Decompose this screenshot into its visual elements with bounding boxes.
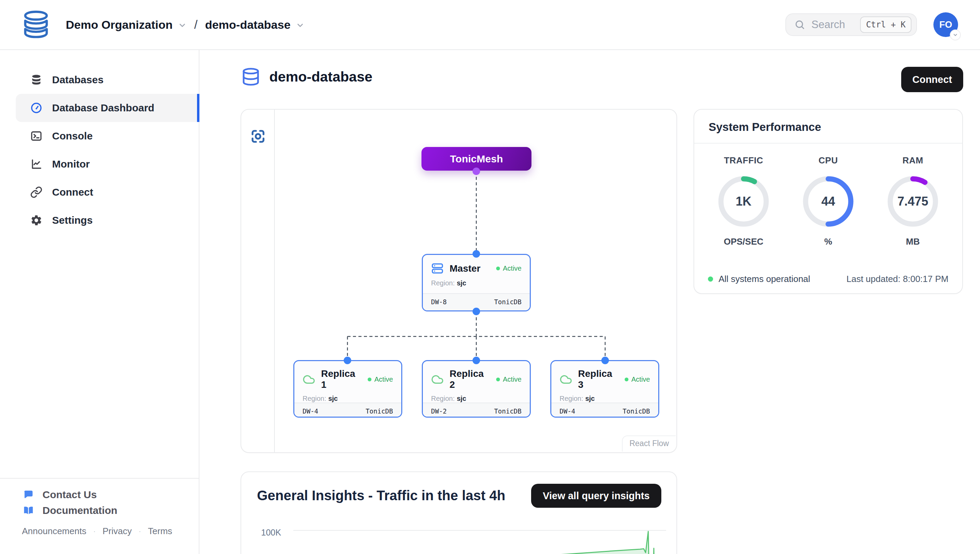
gauge-value: 44 — [801, 174, 856, 229]
gauges-row: TRAFFIC 1K OPS/SEC CPU 44 — [694, 143, 962, 247]
connect-link-icon — [30, 186, 43, 198]
settings-gear-icon — [30, 214, 43, 226]
replica-3-node[interactable]: Replica 3 Active Region:sjc DW-4 TonicDB — [550, 360, 659, 418]
node-region: Region:sjc — [423, 390, 530, 403]
chevron-down-icon — [178, 21, 187, 30]
fit-view-button[interactable] — [250, 128, 267, 145]
sidebar-item-connect[interactable]: Connect — [16, 178, 199, 206]
gauge-ring: 7.475 — [885, 174, 940, 229]
contact-us-link[interactable]: Contact Us — [22, 489, 199, 501]
gauge-ring: 1K — [716, 174, 771, 229]
cloud-icon — [560, 373, 572, 386]
database-breadcrumb[interactable]: demo-database — [205, 18, 304, 32]
general-insights-panel: General Insights - Traffic in the last 4… — [240, 471, 677, 554]
node-region: Region:sjc — [294, 390, 401, 403]
avatar[interactable]: FO — [934, 12, 958, 37]
sidebar-item-database-dashboard[interactable]: Database Dashboard — [16, 94, 199, 122]
search-icon — [794, 19, 805, 30]
search-input[interactable]: Search Ctrl + K — [785, 13, 917, 36]
node-region: Region:sjc — [551, 390, 658, 403]
node-handle[interactable] — [473, 357, 480, 364]
node-footer: DW-2 TonicDB — [423, 403, 530, 418]
node-handle[interactable] — [601, 357, 609, 364]
node-size: DW-2 — [431, 408, 447, 415]
app-logo-icon[interactable] — [20, 9, 52, 41]
focus-icon — [250, 128, 266, 145]
node-handle[interactable] — [473, 250, 480, 258]
cloud-icon — [302, 373, 315, 386]
sidebar-item-console[interactable]: Console — [16, 122, 199, 150]
sidebar-nav: Databases Database Dashboard Console Mon… — [0, 50, 199, 234]
search-placeholder: Search — [811, 19, 854, 31]
status-label: Active — [374, 376, 393, 384]
documentation-label: Documentation — [43, 505, 117, 516]
breadcrumb: Demo Organization / demo-database — [20, 9, 305, 41]
status-text: All systems operational — [719, 274, 810, 284]
flow-toolbar — [241, 110, 275, 452]
status-dot — [368, 377, 371, 381]
breadcrumb-separator: / — [194, 18, 198, 32]
org-breadcrumb[interactable]: Demo Organization — [66, 18, 187, 32]
traffic-chart-svg — [293, 530, 666, 554]
legal-separator: · — [93, 527, 95, 536]
gauge-label: CPU — [791, 155, 865, 166]
view-all-query-insights-button[interactable]: View all query insights — [531, 484, 661, 508]
header-actions: Search Ctrl + K FO — [785, 12, 958, 37]
gauge-label: RAM — [876, 155, 950, 166]
master-node[interactable]: Master Active Region:sjc DW-8 TonicDB — [422, 254, 531, 311]
page-title: demo-database — [241, 67, 372, 86]
node-title: Replica 2 — [450, 368, 490, 390]
node-footer: DW-4 TonicDB — [551, 403, 658, 418]
last-updated: Last updated: 8:00:17 PM — [846, 274, 948, 284]
status-badge: Active — [496, 264, 522, 272]
gauge-value: 1K — [716, 174, 771, 229]
tonicmesh-node[interactable]: TonicMesh — [422, 147, 531, 170]
replica-2-node[interactable]: Replica 2 Active Region:sjc DW-2 TonicDB — [422, 360, 531, 418]
status-dot — [625, 377, 628, 381]
node-footer: DW-4 TonicDB — [294, 403, 401, 418]
node-size: DW-4 — [302, 408, 318, 415]
org-name: Demo Organization — [66, 18, 173, 32]
status-operational: All systems operational — [708, 274, 810, 284]
documentation-link[interactable]: Documentation — [22, 505, 199, 516]
node-handle[interactable] — [473, 308, 480, 315]
sidebar-item-label: Database Dashboard — [52, 102, 154, 114]
connect-button[interactable]: Connect — [901, 67, 963, 92]
sidebar-item-settings[interactable]: Settings — [16, 206, 199, 234]
ram-gauge: RAM 7.475 MB — [876, 155, 950, 247]
replica-1-node[interactable]: Replica 1 Active Region:sjc DW-4 TonicDB — [293, 360, 402, 418]
node-handle[interactable] — [344, 357, 351, 364]
sidebar-item-monitor[interactable]: Monitor — [16, 150, 199, 178]
status-badge: Active — [368, 376, 393, 384]
react-flow-attribution[interactable]: React Flow — [622, 435, 676, 452]
sidebar-item-label: Databases — [52, 74, 103, 86]
node-title: Master — [450, 263, 480, 274]
sidebar-item-databases[interactable]: Databases — [16, 66, 199, 94]
system-status-row: All systems operational Last updated: 8:… — [708, 274, 948, 284]
book-icon — [22, 505, 34, 516]
node-handle[interactable] — [473, 167, 480, 175]
sidebar-item-label: Monitor — [52, 158, 90, 170]
node-engine: TonicDB — [494, 298, 522, 306]
insights-header: General Insights - Traffic in the last 4… — [241, 472, 676, 508]
node-region: Region:sjc — [423, 275, 530, 287]
console-icon — [30, 130, 43, 142]
terms-link[interactable]: Terms — [148, 526, 172, 536]
status-dot — [496, 377, 500, 381]
status-badge: Active — [496, 376, 522, 384]
gauge-ring: 44 — [801, 174, 856, 229]
server-icon — [431, 262, 444, 275]
traffic-gauge: TRAFFIC 1K OPS/SEC — [706, 155, 781, 247]
system-performance-panel: System Performance TRAFFIC 1K OPS/SEC CP… — [694, 109, 963, 294]
cpu-gauge: CPU 44 % — [791, 155, 865, 247]
status-label: Active — [632, 376, 650, 384]
node-title: Replica 3 — [578, 368, 619, 390]
app: Demo Organization / demo-database Search… — [0, 0, 980, 554]
privacy-link[interactable]: Privacy — [102, 526, 132, 536]
announcements-link[interactable]: Announcements — [22, 526, 86, 536]
status-dot — [708, 277, 713, 282]
insights-title: General Insights - Traffic in the last 4… — [257, 484, 506, 503]
gauge-unit: OPS/SEC — [706, 236, 781, 247]
status-label: Active — [503, 376, 522, 384]
gauge-unit: % — [791, 236, 865, 247]
